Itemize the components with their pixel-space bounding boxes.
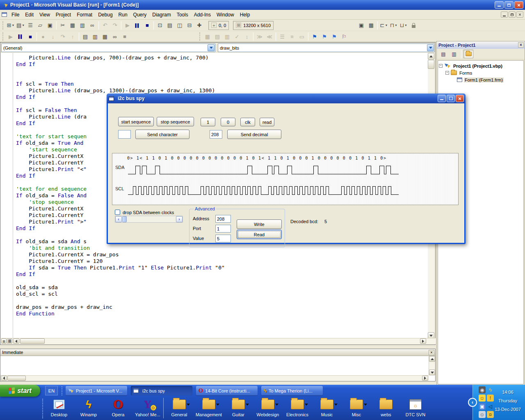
run-query-button[interactable]: ▥ [222,32,232,41]
immediate-vscrollbar[interactable] [429,356,435,375]
immediate-caption[interactable]: Immediate [0,349,435,356]
quick-watch-button[interactable]: ∞ [110,32,120,41]
code-hscrollbar[interactable]: ≡ ≣ [1,338,436,344]
watch-window-button[interactable]: ▦ [100,32,110,41]
language-indicator[interactable]: EN [45,386,58,395]
menu-help[interactable]: Help [237,11,253,19]
outdent-button[interactable]: ≪ [265,32,274,41]
lock-controls-button[interactable] [409,21,418,30]
imm-scroll-left-button[interactable] [1,376,7,381]
folder-dropdown-arrow-icon[interactable] [216,404,219,406]
menu-debug[interactable]: Debug [95,11,115,19]
folder-dropdown-arrow-icon[interactable] [187,404,190,406]
shortcut-winamp[interactable]: ϟWinamp [74,397,103,419]
menu-view[interactable]: View [37,11,53,19]
dialog-maximize-button[interactable] [447,95,455,102]
waveform-scrollbar[interactable]: ‹ › [115,216,183,223]
sort-button[interactable]: ↕ [242,32,252,41]
align-button[interactable]: ⊏▼ [379,21,389,30]
comment-block-button[interactable]: ☰ [277,32,287,41]
start-sequence-button[interactable]: start sequence [118,117,154,126]
immediate-close-button[interactable] [429,350,434,355]
address-input[interactable] [215,215,231,223]
show-sql-button[interactable]: ▤ [212,32,222,41]
break-button[interactable]: ▌▌ [132,21,142,30]
decimal-input[interactable] [210,130,222,139]
immediate-window-button[interactable]: ▥ [90,32,100,41]
indent-button[interactable]: ≫ [255,32,265,41]
toolbar-grip2[interactable] [2,32,4,41]
menu-run[interactable]: Run [116,11,130,19]
menu-format[interactable]: Format [74,11,95,19]
properties-window-button[interactable]: ▤ [165,21,175,30]
bit-one-button[interactable]: 1 [201,118,215,126]
tree-forms-label[interactable]: Forms [459,71,473,75]
toggle-folders-button[interactable] [463,50,473,58]
toolbar-grip3[interactable] [199,32,201,41]
immediate-body[interactable] [0,356,429,375]
redo-button[interactable]: ↷ [110,21,120,30]
imm-scroll-down-button[interactable] [429,370,435,375]
task-to-mega-therion[interactable]: ϟTo Mega Therion (Li... [261,386,323,395]
add-project-button[interactable]: ▤▼ [16,21,25,30]
dialog-minimize-button[interactable] [438,95,446,102]
project-explorer-button[interactable]: ⊡ [155,21,165,30]
procedure-dropdown[interactable]: draw_bits [218,43,435,52]
shortcut-yahoo-messenger[interactable]: Y☺Yahoo! Me... [133,397,162,419]
project-panel-caption[interactable]: Project - Project1 [437,41,525,49]
run-button[interactable]: ▶ [123,21,132,30]
toggle-breakpoint-button[interactable]: ● [38,32,48,41]
taskbar-grip[interactable] [62,386,63,395]
object-dropdown[interactable]: (General) [1,43,215,52]
mdi-close-button[interactable] [516,11,523,18]
folder-music[interactable]: Music [312,397,342,419]
read-bit-button[interactable]: read [260,118,274,126]
port-input[interactable] [215,225,231,233]
folder-management[interactable]: Management [194,397,224,419]
send-character-button[interactable]: Send character [135,130,189,139]
show-table-button[interactable]: ▦ [203,32,212,41]
folder-webs[interactable]: webs [371,397,401,419]
toolbox-button[interactable]: ✚ [194,21,204,30]
prev-bookmark-button[interactable]: ⚑ [329,32,339,41]
object-dropdown-arrow[interactable] [208,44,215,51]
wave-scroll-left-button[interactable]: ‹ [115,216,122,222]
menu-window[interactable]: Window [214,11,237,19]
stop-sequence-button[interactable]: stop sequence [157,117,194,126]
object-browser-button[interactable]: ⊟ [185,21,194,30]
tree-project-label[interactable]: Project1 (Project1.vbp) [452,64,503,68]
folder-dropdown-arrow-icon[interactable] [275,404,278,406]
save-project-button[interactable]: ▣ [45,21,55,30]
split-button-1[interactable]: ≡ [1,338,7,344]
end-button[interactable]: ■ [142,21,152,30]
read-button[interactable]: Read [237,230,282,239]
shortcut-dtc-svn[interactable]: ☼DTC SVN [401,397,430,419]
shortcut-desktop[interactable]: Desktop [44,397,74,419]
dialog-close-button[interactable] [456,95,464,102]
menu-editor-button[interactable]: ☰ [25,21,35,30]
view-object-button[interactable]: ▥ [449,50,459,58]
verify-sql-button[interactable]: ✓ [232,32,242,41]
uncomment-block-button[interactable]: ≡ [287,32,297,41]
center-button[interactable]: ⊓▼ [389,21,399,30]
folder-misc[interactable]: Misc [342,397,371,419]
restore-button[interactable] [504,1,514,9]
bit-zero-button[interactable]: 0 [221,118,235,126]
split-button-2[interactable]: ≣ [7,338,12,344]
hscroll-thumb[interactable] [20,338,45,344]
messenger-smiley-tray-icon[interactable]: ☺ [479,395,486,402]
form-layout-button[interactable]: ◫ [175,21,185,30]
cut-button[interactable]: ✂ [58,21,68,30]
task-14bit-core[interactable]: O14-Bit Core (instructi... [196,386,258,395]
paste-button[interactable]: ▥ [78,21,87,30]
folder-webdesign[interactable]: Webdesign [253,397,283,419]
dialog-titlebar[interactable]: i2c bus spy [107,94,466,103]
project-panel-close-button[interactable] [518,42,524,48]
mdi-minimize-button[interactable] [501,11,508,18]
network-tray-icon[interactable]: ▣ [479,403,486,410]
task-i2c-bus-spy[interactable]: i2c bus spy [131,386,192,395]
value-input[interactable] [215,235,231,242]
toolbar-grip[interactable] [2,21,4,30]
folder-dropdown-arrow-icon[interactable] [246,404,249,406]
locals-window-button[interactable]: ▤ [80,32,90,41]
